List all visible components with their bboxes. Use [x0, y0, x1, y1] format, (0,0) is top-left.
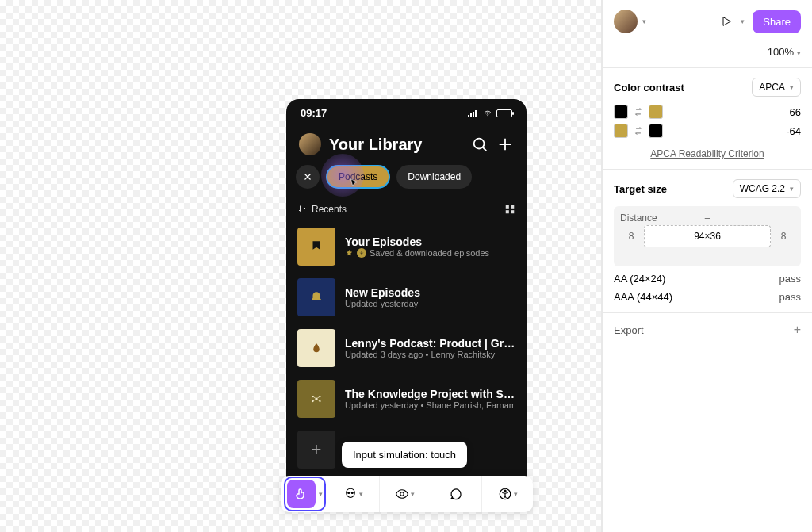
blob-icon [343, 487, 358, 501]
export-section[interactable]: Export + [603, 312, 812, 346]
svg-line-2 [483, 147, 487, 151]
clear-filter-button[interactable] [296, 165, 320, 189]
phone-mockup: 09:17 Your Library Podcasts Downloaded [286, 99, 527, 511]
color-swatch [649, 124, 663, 138]
list-item[interactable]: New Episodes Updated yesterday [297, 272, 515, 323]
contrast-section: Color contrast APCA ▾ 66 -64 APCA Readab [603, 67, 812, 169]
svg-rect-10 [511, 210, 514, 213]
svg-point-16 [348, 492, 350, 494]
swatch-pair[interactable] [614, 105, 663, 119]
item-title: The Knowledge Project with Shane P… [345, 388, 515, 400]
svg-rect-7 [506, 205, 509, 209]
aa-label: AA (24×24) [614, 273, 665, 285]
plus-icon[interactable] [496, 136, 514, 153]
svg-point-1 [474, 139, 485, 149]
svg-rect-9 [506, 210, 509, 213]
aaa-label: AAA (44×44) [614, 291, 672, 303]
target-size-section: Target size WCAG 2.2 ▾ Distance – 8 94×3… [603, 169, 812, 312]
download-badge-icon [357, 248, 366, 258]
item-title: New Episodes [345, 286, 515, 299]
target-size-diagram: Distance – 8 94×36 8 – [614, 206, 801, 266]
inspector-panel: ▾ ▾ Share 100%▾ Color contrast APCA ▾ 66 [602, 0, 812, 532]
chat-tool[interactable] [431, 476, 482, 512]
list-item[interactable]: The Knowledge Project with Shane P… Upda… [297, 373, 515, 424]
battery-icon [496, 109, 512, 117]
user-avatar[interactable] [299, 133, 321, 155]
chevron-down-icon[interactable]: ▾ [359, 490, 363, 498]
artwork-podcast [297, 380, 335, 418]
chevron-down-icon: ▾ [790, 83, 794, 91]
svg-point-20 [504, 490, 506, 492]
item-title: Your Episodes [345, 235, 515, 248]
pin-icon [345, 249, 354, 258]
list-item[interactable]: Your Episodes Saved & downloaded episode… [297, 221, 515, 272]
accessibility-icon [498, 487, 512, 501]
artwork-podcast [297, 329, 335, 367]
design-canvas[interactable]: 09:17 Your Library Podcasts Downloaded [0, 0, 602, 532]
artwork-your-episodes [297, 228, 335, 266]
contrast-value: 66 [790, 106, 801, 118]
chevron-down-icon[interactable]: ▾ [741, 17, 745, 25]
chevron-down-icon: ▾ [797, 49, 801, 57]
svg-rect-8 [511, 205, 514, 209]
color-swatch [614, 105, 628, 119]
chevron-down-icon[interactable]: ▾ [319, 490, 323, 498]
contrast-mode-dropdown[interactable]: APCA ▾ [752, 78, 801, 97]
swatch-pair[interactable] [614, 124, 663, 138]
swap-icon[interactable] [633, 106, 644, 117]
eye-icon [395, 487, 409, 501]
aa-result: pass [779, 273, 801, 285]
svg-point-0 [487, 114, 488, 115]
sort-label: Recents [312, 204, 347, 215]
chip-downloaded[interactable]: Downloaded [396, 165, 472, 189]
grid-view-icon[interactable] [504, 204, 515, 215]
list-item[interactable]: Lenny's Podcast: Product | Growth | C… U… [297, 323, 515, 373]
cursor-icon [350, 178, 359, 189]
play-icon[interactable] [720, 15, 733, 28]
touch-simulation-button[interactable]: ▾ [284, 477, 326, 511]
library-header: Your Library [286, 122, 527, 162]
status-time: 09:17 [301, 107, 327, 119]
svg-point-18 [400, 492, 404, 496]
filter-chips: Podcasts Downloaded [286, 162, 527, 197]
section-title: Color contrast [614, 82, 684, 94]
item-title: Lenny's Podcast: Product | Growth | C… [345, 337, 515, 350]
contrast-value: -64 [786, 125, 801, 137]
hand-icon [294, 487, 308, 501]
aaa-result: pass [779, 291, 801, 303]
chevron-down-icon[interactable]: ▾ [411, 490, 415, 498]
eye-tool[interactable]: ▾ [379, 476, 431, 512]
chevron-down-icon: ▾ [790, 185, 794, 193]
sort-row[interactable]: Recents [286, 197, 527, 221]
add-icon: + [297, 431, 335, 469]
signal-icon [468, 109, 479, 117]
prototype-toolbar: ▾ ▾ ▾ ▾ [281, 476, 533, 512]
color-swatch [614, 124, 628, 138]
artwork-new-episodes [297, 278, 335, 316]
wifi-icon [482, 109, 493, 117]
zoom-control[interactable]: 100%▾ [603, 43, 812, 67]
apca-link[interactable]: APCA Readability Criterion [650, 148, 764, 159]
simulation-tooltip: Input simulation: touch [342, 442, 467, 468]
target-dimensions: 94×36 [644, 225, 771, 247]
svg-point-17 [352, 492, 354, 494]
chevron-down-icon[interactable]: ▾ [514, 490, 518, 498]
color-swatch [649, 105, 663, 119]
section-title: Target size [614, 183, 667, 195]
share-button[interactable]: Share [753, 10, 801, 33]
search-icon[interactable] [471, 136, 488, 153]
library-list: Your Episodes Saved & downloaded episode… [286, 221, 527, 475]
status-bar: 09:17 [286, 99, 527, 122]
target-mode-dropdown[interactable]: WCAG 2.2 ▾ [733, 179, 801, 198]
user-avatar[interactable] [614, 10, 638, 33]
plus-icon[interactable]: + [794, 323, 801, 337]
sort-icon [297, 205, 307, 214]
accessibility-tool[interactable]: ▾ [481, 476, 533, 512]
page-title: Your Library [329, 136, 463, 154]
chevron-down-icon[interactable]: ▾ [642, 17, 646, 25]
vision-tool[interactable]: ▾ [328, 476, 379, 512]
swap-icon[interactable] [633, 125, 644, 136]
chat-icon [449, 487, 463, 501]
